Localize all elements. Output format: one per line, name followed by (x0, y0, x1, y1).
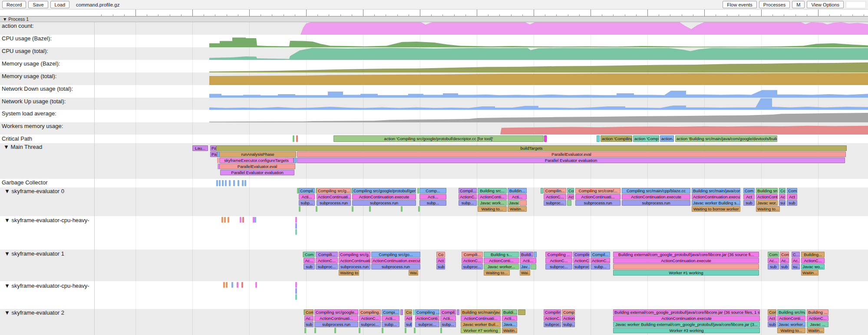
trace-bar[interactable]: Com (768, 309, 776, 315)
trace-bar[interactable]: Acti... (419, 194, 446, 200)
trace-bar[interactable]: ActionC... (801, 258, 825, 263)
trace-bar[interactable] (228, 217, 229, 223)
trace-bar[interactable] (225, 180, 227, 186)
trace-bar[interactable] (294, 158, 297, 163)
trace-bar[interactable]: Buildi... (520, 252, 533, 257)
trace-bar[interactable]: ActionContinuati... (317, 194, 351, 200)
metrics-button[interactable]: M (792, 1, 805, 8)
trace-bar[interactable]: ActionC... (591, 258, 610, 263)
trace-bar[interactable]: Waiting to... (478, 206, 507, 212)
trace-bar[interactable]: subp... (440, 322, 456, 327)
record-button[interactable]: Record (2, 1, 26, 8)
trace-bar[interactable]: ActionC... (544, 194, 566, 200)
trace-bar[interactable]: action 'Compili... (633, 135, 659, 142)
trace-bar[interactable]: Compiling ... (415, 309, 439, 315)
view-options-button[interactable]: View Options (807, 1, 844, 8)
trace-bar[interactable] (295, 217, 297, 223)
track-group-label[interactable]: ▼ skyframe-evaluator-cpu-heavy- (4, 217, 89, 223)
trace-bar[interactable]: Acti... (520, 258, 536, 263)
trace-bar[interactable] (237, 282, 238, 288)
trace-bar[interactable] (531, 264, 536, 269)
trace-bar[interactable] (314, 328, 316, 333)
trace-bar[interactable]: ParallelEvaluator.eval (297, 151, 846, 157)
track-group-label[interactable]: ▼ skyframe-evaluator 2 (4, 309, 64, 316)
trace-bar[interactable]: Compiling src/g... (339, 252, 370, 257)
counter-chart-cpu-usage-bazel[interactable] (0, 35, 868, 47)
flow-events-button[interactable]: Flow events (723, 1, 757, 8)
trace-bar[interactable]: ActionContinuation.execute (613, 315, 760, 321)
trace-bar[interactable]: subprocess.run (371, 264, 420, 269)
trace-bar[interactable]: action 'Building src/main/java/com/googl… (675, 135, 777, 142)
trace-bar[interactable] (541, 188, 543, 194)
counter-chart-network-down-usage-total[interactable] (0, 85, 868, 98)
trace-bar[interactable]: Acti... (299, 194, 315, 200)
trace-bar[interactable]: Compiling ... (545, 252, 572, 257)
trace-bar[interactable] (295, 288, 297, 294)
trace-bar[interactable]: ActionC... (545, 258, 572, 263)
trace-bar[interactable]: subproc... (573, 264, 590, 269)
trace-bar[interactable]: ActionC... (316, 258, 338, 263)
trace-bar[interactable]: subproc... (544, 200, 566, 206)
trace-bar[interactable]: ActionContinuati... (575, 194, 620, 200)
trace-bar[interactable] (223, 282, 225, 288)
trace-bar[interactable]: Waiting to borrow worker (692, 206, 740, 212)
trace-bar[interactable] (295, 223, 297, 229)
counter-chart-memory-usage-total[interactable] (0, 72, 868, 85)
trace-bar[interactable]: Act (567, 194, 574, 200)
trace-bar[interactable]: ActionC... (807, 315, 828, 321)
trace-bar[interactable]: sub (780, 264, 789, 269)
trace-bar[interactable]: action 'Compiling src/google/protobuf/de… (333, 135, 544, 142)
trace-bar[interactable]: Javac work... (478, 200, 507, 206)
process-header[interactable]: ▼ Process 1 (0, 16, 868, 22)
trace-bar[interactable]: Co (567, 188, 574, 194)
trace-bar[interactable] (244, 180, 246, 186)
trace-bar[interactable]: Act (436, 258, 445, 263)
trace-bar[interactable]: subproc... (316, 264, 338, 269)
trace-bar[interactable]: Javac wor... (756, 200, 778, 206)
trace-bar[interactable]: Compil... (591, 252, 610, 257)
trace-bar[interactable]: Ac... (304, 315, 314, 321)
trace-bar[interactable]: Building src... (478, 188, 507, 194)
trace-bar[interactable] (304, 328, 306, 333)
trace-bar[interactable]: Ac... (792, 258, 800, 263)
trace-bar[interactable] (255, 282, 257, 288)
trace-bar[interactable]: Compiling... (544, 309, 561, 315)
trace-bar[interactable]: Javac worker Building s... (692, 200, 740, 206)
track-group-label[interactable]: ▼ skyframe-evaluator 0 (4, 188, 64, 194)
trace-bar[interactable]: Building src... (756, 188, 778, 194)
trace-bar[interactable]: ActionContinuati... (339, 258, 370, 263)
trace-bar[interactable]: Act (405, 315, 412, 321)
trace-bar[interactable]: Comp... (419, 188, 446, 194)
trace-bar[interactable] (457, 309, 459, 315)
trace-bar[interactable]: Buildi... (502, 309, 517, 315)
trace-bar[interactable]: Building ... (807, 309, 828, 315)
trace-bar[interactable]: Waitin... (508, 206, 527, 212)
trace-bar[interactable]: Compiling... (359, 309, 381, 315)
time-ruler[interactable] (0, 10, 868, 16)
timeline-canvas[interactable]: -5 s0 s5 s10 s15 s20 s25 s30 s35 s40 s45… (0, 0, 868, 335)
trace-bar[interactable]: Building... (801, 252, 825, 257)
trace-bar[interactable] (231, 282, 233, 288)
trace-bar[interactable]: Compiling src/go... (371, 252, 420, 257)
trace-bar[interactable]: Com (304, 252, 315, 257)
trace-bar[interactable]: sub (787, 200, 797, 206)
trace-bar[interactable] (518, 309, 525, 315)
trace-bar[interactable]: Waitin... (807, 328, 824, 333)
trace-bar[interactable] (359, 328, 360, 333)
trace-bar[interactable]: sub (768, 264, 779, 269)
trace-bar[interactable] (382, 328, 383, 333)
trace-bar[interactable]: Waiting to... (777, 328, 805, 333)
trace-bar[interactable]: Javac worker Buil... (461, 322, 501, 327)
trace-bar[interactable] (296, 135, 298, 142)
trace-bar[interactable]: Par (210, 151, 217, 157)
trace-bar[interactable]: Compiling src/g... (317, 188, 351, 194)
trace-bar[interactable]: subp... (382, 322, 399, 327)
trace-bar[interactable]: subprocess.run (622, 200, 690, 206)
trace-bar[interactable]: Ac... (304, 258, 315, 263)
trace-bar[interactable]: Javac wo... (801, 264, 825, 269)
trace-bar[interactable] (519, 200, 527, 206)
trace-bar[interactable]: Com (743, 188, 755, 194)
trace-bar[interactable] (241, 282, 243, 288)
trace-bar[interactable] (534, 252, 537, 257)
trace-bar[interactable]: Act (743, 194, 755, 200)
